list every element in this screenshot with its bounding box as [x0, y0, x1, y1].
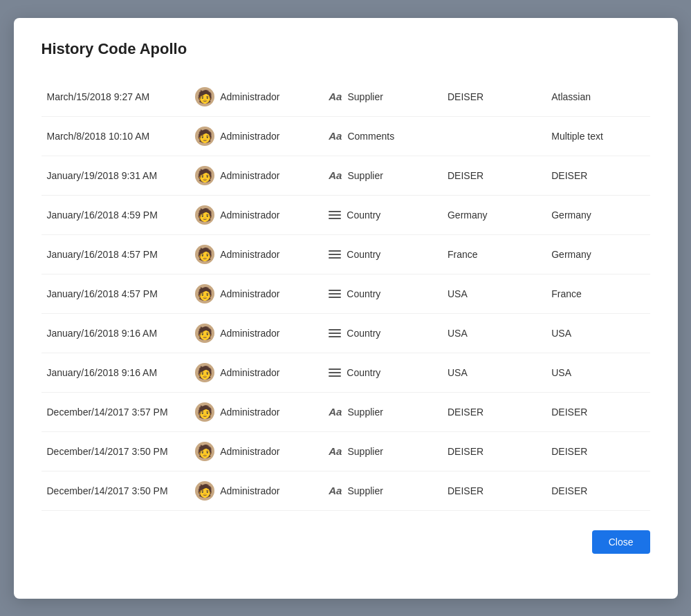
row-field: Country — [323, 353, 442, 392]
text-field-icon: Aa — [329, 91, 342, 102]
user-name: Administrador — [220, 288, 279, 299]
row-user: 🧑 Administrador — [190, 313, 323, 353]
row-to: Multiple text — [546, 116, 649, 156]
field-label: Country — [347, 367, 380, 378]
avatar: 🧑 — [195, 402, 214, 422]
row-from: DEISER — [442, 156, 546, 195]
avatar: 🧑 — [195, 245, 214, 264]
row-date: January/16/2018 4:57 PM — [42, 274, 190, 313]
text-field-icon: Aa — [329, 130, 342, 142]
avatar: 🧑 — [195, 363, 214, 382]
user-name: Administrador — [220, 249, 279, 260]
row-field: Aa Supplier — [323, 392, 442, 431]
list-field-icon — [329, 211, 341, 219]
row-field: Country — [323, 274, 442, 313]
user-name: Administrador — [220, 328, 279, 339]
row-user: 🧑 Administrador — [190, 77, 323, 117]
row-from: DEISER — [442, 431, 546, 471]
row-date: January/16/2018 9:16 AM — [42, 313, 190, 353]
table-row: December/14/2017 3:57 PM 🧑 Administrador… — [42, 392, 650, 431]
row-from: USA — [442, 353, 546, 392]
table-row: March/15/2018 9:27 AM 🧑 Administrador Aa… — [42, 77, 650, 117]
row-date: December/14/2017 3:50 PM — [42, 431, 190, 471]
table-row: January/19/2018 9:31 AM 🧑 Administrador … — [42, 156, 650, 195]
field-label: Supplier — [347, 170, 383, 181]
avatar: 🧑 — [195, 324, 214, 343]
row-user: 🧑 Administrador — [190, 156, 323, 195]
row-to: Germany — [546, 195, 649, 234]
list-field-icon — [329, 290, 341, 298]
row-user: 🧑 Administrador — [190, 274, 323, 313]
row-from: France — [442, 234, 546, 274]
text-field-icon: Aa — [329, 406, 342, 418]
row-date: March/8/2018 10:10 AM — [42, 116, 190, 156]
table-row: January/16/2018 9:16 AM 🧑 Administrador … — [42, 353, 650, 392]
avatar: 🧑 — [195, 87, 214, 106]
row-from — [442, 116, 546, 156]
row-field: Aa Supplier — [323, 156, 442, 195]
avatar: 🧑 — [195, 166, 214, 185]
user-name: Administrador — [220, 131, 279, 142]
field-label: Supplier — [347, 91, 383, 102]
avatar: 🧑 — [195, 127, 214, 146]
avatar: 🧑 — [195, 284, 214, 304]
row-to: France — [546, 274, 649, 313]
row-field: Aa Supplier — [323, 471, 442, 510]
row-user: 🧑 Administrador — [190, 353, 323, 392]
row-user: 🧑 Administrador — [190, 116, 323, 156]
row-to: DEISER — [546, 431, 649, 471]
field-label: Country — [347, 249, 380, 260]
row-to: Atlassian — [546, 77, 649, 117]
row-from: USA — [442, 313, 546, 353]
row-date: January/16/2018 4:59 PM — [42, 195, 190, 234]
table-row: December/14/2017 3:50 PM 🧑 Administrador… — [42, 471, 650, 510]
table-row: January/16/2018 4:59 PM 🧑 Administrador … — [42, 195, 650, 234]
table-row: December/14/2017 3:50 PM 🧑 Administrador… — [42, 431, 650, 471]
table-row: January/16/2018 4:57 PM 🧑 Administrador … — [42, 234, 650, 274]
row-date: March/15/2018 9:27 AM — [42, 77, 190, 117]
row-user: 🧑 Administrador — [190, 234, 323, 274]
row-from: USA — [442, 274, 546, 313]
row-user: 🧑 Administrador — [190, 471, 323, 510]
user-name: Administrador — [220, 209, 279, 221]
avatar: 🧑 — [195, 442, 214, 461]
user-name: Administrador — [220, 446, 279, 457]
row-to: USA — [546, 313, 649, 353]
close-button[interactable]: Close — [592, 530, 650, 554]
user-name: Administrador — [220, 91, 279, 102]
text-field-icon: Aa — [329, 445, 342, 457]
field-label: Supplier — [347, 446, 383, 457]
table-row: January/16/2018 4:57 PM 🧑 Administrador … — [42, 274, 650, 313]
row-from: DEISER — [442, 392, 546, 431]
row-field: Aa Supplier — [323, 431, 442, 471]
list-field-icon — [329, 329, 341, 337]
row-to: DEISER — [546, 471, 649, 510]
table-row: January/16/2018 9:16 AM 🧑 Administrador … — [42, 313, 650, 353]
row-date: December/14/2017 3:57 PM — [42, 392, 190, 431]
field-label: Supplier — [347, 407, 383, 418]
text-field-icon: Aa — [329, 169, 342, 181]
field-label: Country — [347, 288, 380, 299]
row-field: Country — [323, 234, 442, 274]
row-to: DEISER — [546, 156, 649, 195]
text-field-icon: Aa — [329, 485, 342, 496]
user-name: Administrador — [220, 170, 279, 181]
list-field-icon — [329, 368, 341, 377]
row-to: Germany — [546, 234, 649, 274]
field-label: Country — [347, 328, 380, 339]
modal-title: History Code Apollo — [42, 40, 650, 58]
row-to: USA — [546, 353, 649, 392]
row-to: DEISER — [546, 392, 649, 431]
row-from: DEISER — [442, 471, 546, 510]
user-name: Administrador — [220, 367, 279, 378]
row-date: January/19/2018 9:31 AM — [42, 156, 190, 195]
avatar: 🧑 — [195, 481, 214, 501]
row-field: Aa Supplier — [323, 77, 442, 117]
row-from: Germany — [442, 195, 546, 234]
history-modal: History Code Apollo March/15/2018 9:27 A… — [14, 18, 678, 599]
user-name: Administrador — [220, 485, 279, 496]
avatar: 🧑 — [195, 205, 214, 225]
row-user: 🧑 Administrador — [190, 195, 323, 234]
history-table: March/15/2018 9:27 AM 🧑 Administrador Aa… — [42, 77, 650, 511]
row-field: Country — [323, 313, 442, 353]
